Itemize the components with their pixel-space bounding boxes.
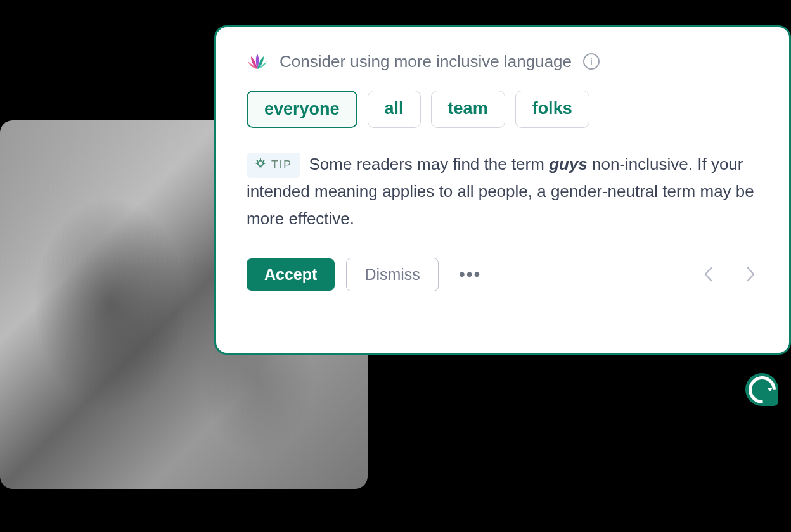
tip-term: guys bbox=[549, 155, 588, 174]
accept-button[interactable]: Accept bbox=[247, 258, 335, 291]
lightbulb-icon bbox=[255, 156, 266, 175]
card-title: Consider using more inclusive language bbox=[280, 52, 572, 72]
info-icon[interactable]: i bbox=[583, 53, 600, 70]
suggestion-pills: everyone all team folks bbox=[247, 91, 759, 128]
suggestion-pill-folks[interactable]: folks bbox=[515, 91, 589, 128]
suggestion-pill-team[interactable]: team bbox=[431, 91, 505, 128]
nav-arrows bbox=[700, 263, 759, 286]
suggestion-pill-all[interactable]: all bbox=[368, 91, 421, 128]
tip-text-before: Some readers may find the term bbox=[309, 155, 550, 174]
lotus-icon bbox=[247, 51, 268, 72]
tip-text: TIP Some readers may find the term guys … bbox=[247, 151, 759, 232]
suggestion-pill-everyone[interactable]: everyone bbox=[247, 91, 357, 128]
suggestion-card: Consider using more inclusive language i… bbox=[214, 25, 791, 355]
prev-arrow-icon[interactable] bbox=[700, 263, 717, 286]
dismiss-button[interactable]: Dismiss bbox=[346, 258, 439, 291]
next-arrow-icon[interactable] bbox=[742, 263, 759, 286]
more-icon[interactable]: ••• bbox=[450, 264, 490, 284]
tip-badge-label: TIP bbox=[271, 156, 292, 175]
grammarly-badge-icon[interactable] bbox=[745, 373, 778, 406]
tip-badge: TIP bbox=[247, 153, 300, 178]
svg-point-0 bbox=[258, 161, 263, 166]
card-header: Consider using more inclusive language i bbox=[247, 51, 759, 72]
action-row: Accept Dismiss ••• bbox=[247, 258, 759, 291]
